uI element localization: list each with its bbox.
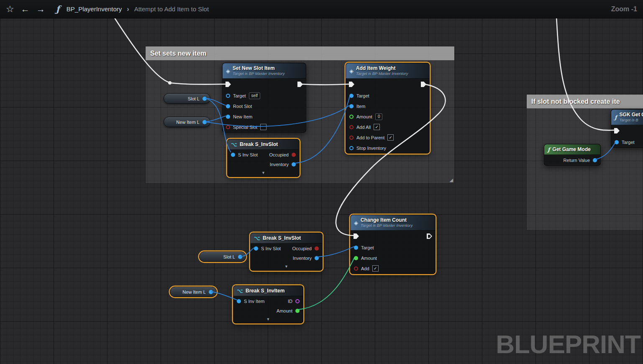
pin-label: S Inv Slot (238, 152, 258, 157)
stop-inventory-pin[interactable] (349, 146, 354, 150)
variable-get-new-item-l-top[interactable]: New Item L (164, 117, 210, 127)
pin-row: New Item (223, 111, 306, 122)
function-node-icon: ◈ (354, 220, 358, 226)
pin-label: Amount (356, 114, 372, 119)
special-slot-checkbox[interactable] (260, 124, 266, 130)
node-title: Break S_InvItem (246, 288, 284, 294)
exec-pin-row (611, 125, 643, 137)
amount-pin[interactable] (354, 256, 358, 260)
node-set-new-slot-item[interactable]: ◈ Set New Slot Item Target is BP Master … (222, 63, 306, 133)
add-to-parent-pin[interactable] (349, 136, 354, 140)
variable-output-pin[interactable] (202, 97, 207, 101)
node-sgk-get-game[interactable]: ƒ SGK Get G Target is B Target (611, 109, 643, 148)
s-inv-item-pin[interactable] (237, 299, 241, 303)
s-inv-slot-pin[interactable] (231, 153, 235, 157)
amount-pin[interactable] (349, 115, 354, 119)
special-slot-pin[interactable] (226, 125, 230, 129)
exec-out-pin[interactable] (297, 82, 303, 87)
id-pin[interactable] (295, 299, 300, 303)
back-icon[interactable]: ← (21, 5, 30, 13)
pin-row: Add to Parent ✓ (346, 132, 429, 143)
pin-label: Return Value (564, 158, 590, 163)
node-add-item-weight[interactable]: ◈ Add Item Weight Target is BP Master In… (346, 63, 430, 154)
pin-label: Add All (356, 125, 371, 130)
node-break-s-invslot-bottom[interactable]: ⌥ Break S_InvSlot S Inv Slot Occupied In… (250, 233, 323, 271)
amount-pin[interactable] (295, 309, 300, 313)
comment-resize-handle[interactable]: ◢ (450, 177, 453, 183)
inventory-pin[interactable] (292, 162, 296, 167)
comment-title-bar[interactable]: Set sets new item (146, 46, 454, 60)
pin-label: S Inv Item (244, 299, 265, 304)
add-all-pin[interactable] (349, 125, 354, 129)
node-header[interactable]: ◈ Add Item Weight Target is BP Master In… (346, 63, 429, 79)
favorite-star-icon[interactable]: ☆ (6, 5, 14, 14)
s-inv-slot-pin[interactable] (254, 246, 258, 251)
add-all-checkbox[interactable]: ✓ (374, 124, 380, 130)
add-checkbox[interactable]: ✓ (372, 265, 379, 272)
node-break-s-invitem[interactable]: ⌥ Break S_InvItem S Inv Item ID Amount ▼ (233, 285, 303, 323)
exec-in-pin[interactable] (614, 128, 620, 133)
exec-out-pin[interactable] (421, 82, 426, 87)
target-pin[interactable] (615, 140, 619, 144)
node-header[interactable]: ◈ Change Item Count Target is BP Master … (351, 215, 435, 231)
node-header[interactable]: ⌥ Break S_InvItem (233, 286, 303, 296)
amount-value-field[interactable]: 0 (375, 113, 383, 120)
target-default-value[interactable]: self (249, 92, 261, 99)
variable-output-pin[interactable] (209, 290, 213, 294)
exec-in-pin[interactable] (354, 233, 359, 239)
inventory-pin[interactable] (315, 256, 319, 260)
root-slot-pin[interactable] (226, 104, 230, 108)
node-subtitle: Target is BP Master Inventory (356, 71, 408, 76)
node-header[interactable]: ƒ Get Game Mode (544, 144, 600, 155)
node-header[interactable]: ⌥ Break S_InvSlot (228, 139, 299, 150)
pin-row: Target self (223, 90, 306, 101)
exec-in-pin[interactable] (225, 82, 231, 87)
target-pin[interactable] (349, 94, 354, 98)
target-pin[interactable] (226, 94, 230, 98)
exec-in-pin[interactable] (349, 82, 354, 87)
pin-row: Root Slot (223, 101, 306, 111)
node-subtitle: Target is B (620, 118, 643, 122)
exec-out-pin[interactable] (427, 233, 432, 239)
add-to-parent-checkbox[interactable]: ✓ (387, 134, 394, 141)
variable-output-pin[interactable] (238, 255, 242, 259)
node-header[interactable]: ƒ SGK Get G Target is B (611, 110, 643, 125)
node-subtitle: Target is BP Master Inventory (233, 71, 284, 76)
breadcrumb-graph-name[interactable]: Attempt to Add Item to Slot (134, 5, 209, 13)
new-item-pin[interactable] (226, 115, 230, 119)
return-value-pin[interactable] (593, 158, 597, 162)
pin-label: Target (622, 140, 635, 145)
variable-get-new-item-l-bottom[interactable]: New Item L (170, 287, 217, 297)
node-change-item-count[interactable]: ◈ Change Item Count Target is BP Master … (350, 215, 435, 274)
occupied-pin[interactable] (315, 246, 319, 251)
target-pin[interactable] (354, 246, 358, 250)
variable-get-slot-l-top[interactable]: Slot L (164, 93, 210, 104)
comment-title-bar[interactable]: If slot not blocked create ite (527, 95, 643, 108)
node-break-s-invslot-top[interactable]: ⌥ Break S_InvSlot S Inv Slot Occupied In… (227, 139, 300, 177)
checkmark: ✓ (375, 125, 379, 129)
forward-icon[interactable]: → (36, 5, 45, 13)
node-get-game-mode[interactable]: ƒ Get Game Mode Return Value (544, 144, 601, 166)
blueprint-graph-editor[interactable]: ☆ ← → ƒ BP_PlayerInventory › Attempt to … (0, 0, 643, 364)
node-header[interactable]: ⌥ Break S_InvSlot (251, 233, 322, 244)
variable-output-pin[interactable] (202, 120, 207, 124)
node-header[interactable]: ◈ Set New Slot Item Target is BP Master … (223, 63, 306, 79)
zoom-level-label: Zoom -1 (611, 5, 637, 13)
collapse-arrow-icon[interactable]: ▼ (233, 315, 303, 323)
variable-label: Slot L (188, 96, 200, 101)
add-pin[interactable] (354, 267, 358, 271)
variable-label: Slot L (223, 254, 235, 259)
pin-label: ID (288, 299, 292, 304)
pin-row: Amount 0 (346, 111, 429, 122)
collapse-arrow-icon[interactable]: ▼ (251, 263, 322, 270)
comment-title: Set sets new item (150, 50, 206, 57)
exec-pin-row (223, 79, 306, 90)
variable-get-slot-l-bottom[interactable]: Slot L (199, 251, 246, 262)
node-title: Set New Slot Item (233, 66, 284, 71)
item-pin[interactable] (349, 104, 354, 108)
breadcrumb-blueprint-name[interactable]: BP_PlayerInventory (67, 5, 122, 13)
wire-inventory-to-change-target[interactable] (317, 246, 354, 257)
collapse-arrow-icon[interactable]: ▼ (228, 169, 299, 177)
occupied-pin[interactable] (292, 153, 296, 157)
pin-label: Inventory (270, 162, 289, 167)
